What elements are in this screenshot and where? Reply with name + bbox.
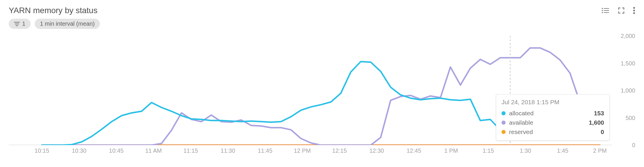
series-value: 1,600 [589, 119, 604, 126]
chart-title: YARN memory by status [9, 6, 97, 15]
svg-point-2 [602, 10, 603, 11]
chart-area[interactable]: 05001,0001,5002,000 10:1510:3010:4511 AM… [9, 36, 635, 159]
y-axis: 05001,0001,5002,000 [612, 36, 635, 145]
svg-rect-5 [604, 12, 609, 13]
x-tick: 1:45 [557, 147, 568, 154]
x-tick: 2 PM [593, 147, 607, 154]
tooltip-row: allocated153 [502, 109, 604, 118]
y-tick: 1,000 [612, 87, 635, 94]
tooltip-row: available1,600 [502, 118, 604, 127]
filter-chips-row: 1 1 min interval (mean) [0, 19, 644, 32]
x-tick: 11:30 [221, 147, 235, 154]
x-tick: 1:30 [520, 147, 531, 154]
y-tick: 500 [612, 114, 635, 121]
series-label: allocated [509, 110, 534, 117]
svg-point-6 [633, 7, 635, 9]
tooltip-timestamp: Jul 24, 2018 1:15 PM [502, 99, 604, 106]
x-tick: 12:45 [407, 147, 421, 154]
x-tick: 10:45 [109, 147, 124, 154]
x-tick: 12:30 [369, 147, 384, 154]
series-label: available [509, 119, 533, 126]
x-tick: 11:45 [258, 147, 272, 154]
series-value: 153 [594, 110, 604, 117]
svg-rect-11 [16, 25, 18, 26]
hover-tooltip: Jul 24, 2018 1:15 PM allocated153availab… [496, 94, 610, 140]
legend-icon[interactable] [601, 7, 610, 14]
x-tick: 11:15 [183, 147, 198, 154]
tooltip-row: reserved0 [502, 127, 604, 137]
series-label: reserved [509, 128, 533, 135]
x-tick: 1 PM [444, 147, 458, 154]
chart-header: YARN memory by status [0, 0, 644, 19]
y-tick: 2,000 [612, 33, 635, 39]
fullscreen-icon[interactable] [618, 7, 625, 14]
series-swatch [502, 111, 506, 115]
x-tick: 10:30 [72, 147, 86, 154]
svg-rect-10 [15, 24, 19, 24]
series-swatch [502, 130, 506, 134]
x-tick: 10:15 [35, 147, 49, 154]
svg-point-4 [602, 12, 603, 13]
interval-label: 1 min interval (mean) [40, 20, 95, 27]
svg-rect-3 [604, 10, 609, 11]
svg-point-8 [633, 12, 635, 14]
x-tick: 12 PM [294, 147, 311, 154]
svg-rect-1 [604, 8, 609, 9]
x-tick: 1:15 [483, 147, 494, 154]
series-value: 0 [601, 128, 604, 135]
more-icon[interactable] [633, 7, 635, 14]
x-axis: 10:1510:3010:4511 AM11:1511:3011:4512 PM… [9, 145, 612, 159]
x-tick: 12:15 [332, 147, 347, 154]
svg-rect-9 [14, 22, 20, 22]
svg-point-7 [633, 10, 635, 11]
interval-chip[interactable]: 1 min interval (mean) [35, 19, 100, 29]
chart-actions [601, 7, 635, 14]
filter-count: 1 [22, 20, 25, 27]
filter-chip[interactable]: 1 [9, 19, 31, 29]
y-tick: 1,500 [612, 60, 635, 67]
filter-icon [14, 22, 20, 26]
svg-point-0 [602, 8, 603, 9]
series-swatch [502, 121, 506, 125]
y-tick: 0 [612, 142, 635, 149]
x-tick: 11 AM [145, 147, 162, 154]
